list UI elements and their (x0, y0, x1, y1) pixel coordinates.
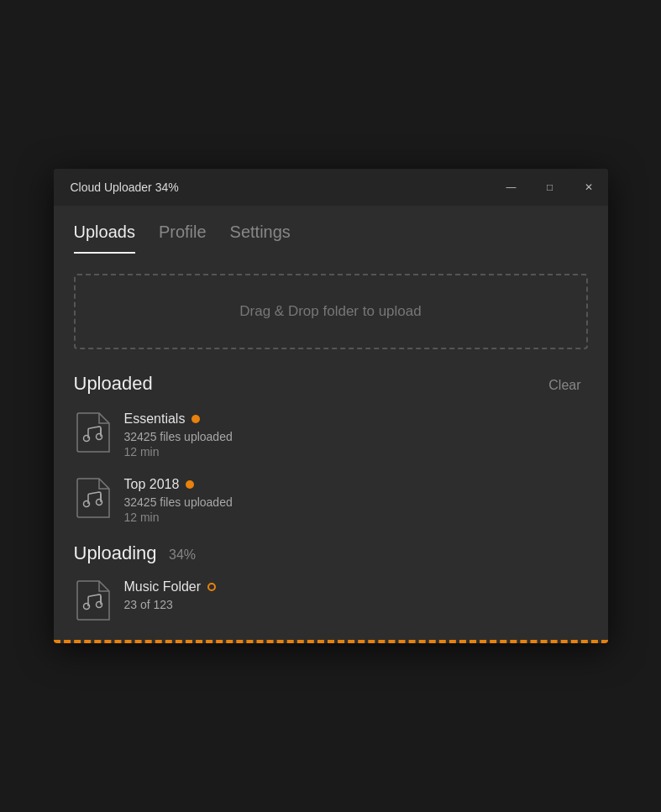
item-name-row: Top 2018 (124, 477, 588, 492)
dropzone[interactable]: Drag & Drop folder to upload (74, 274, 588, 349)
item-time: 12 min (124, 511, 588, 524)
window-title: Cloud Uploader 34% (71, 181, 179, 194)
item-name-row: Essentials (124, 411, 588, 427)
dropzone-text: Drag & Drop folder to upload (239, 303, 421, 320)
upload-progress-bar (54, 640, 608, 643)
item-name: Top 2018 (124, 477, 180, 492)
list-item: Top 2018 32425 files uploaded 12 min (74, 477, 588, 524)
uploading-title-row: Uploading 34% (74, 542, 197, 564)
uploaded-title: Uploaded (74, 373, 153, 395)
music-file-icon (74, 411, 111, 453)
item-time: 12 min (124, 445, 588, 458)
tab-uploads[interactable]: Uploads (74, 223, 135, 254)
window-controls: — □ ✕ (492, 169, 608, 206)
uploading-header: Uploading 34% (74, 542, 588, 564)
uploading-title: Uploading (74, 542, 157, 563)
tab-bar: Uploads Profile Settings (54, 206, 608, 254)
tab-settings[interactable]: Settings (230, 223, 291, 254)
status-dot-orange (191, 415, 200, 423)
maximize-button[interactable]: □ (531, 169, 569, 206)
clear-button[interactable]: Clear (542, 375, 587, 396)
app-window: Cloud Uploader 34% — □ ✕ Uploads Profile… (54, 169, 608, 643)
item-name: Essentials (124, 411, 186, 427)
item-files: 23 of 123 (124, 598, 588, 611)
item-files: 32425 files uploaded (124, 430, 588, 443)
item-name-row: Music Folder (124, 579, 588, 595)
uploading-section: Uploading 34% (74, 542, 588, 621)
uploaded-section: Uploaded Clear (74, 373, 588, 524)
close-button[interactable]: ✕ (569, 169, 608, 206)
item-files: 32425 files uploaded (124, 495, 588, 509)
item-musicfolder-info: Music Folder 23 of 123 (124, 579, 588, 613)
list-item: Music Folder 23 of 123 (74, 579, 588, 621)
item-top2018-info: Top 2018 32425 files uploaded 12 min (124, 477, 588, 524)
tab-profile[interactable]: Profile (159, 223, 207, 254)
music-file-icon (74, 579, 111, 621)
uploaded-header: Uploaded Clear (74, 373, 588, 396)
music-file-icon (74, 477, 111, 519)
item-name: Music Folder (124, 579, 202, 595)
titlebar: Cloud Uploader 34% — □ ✕ (54, 169, 608, 206)
status-dot-uploading (207, 583, 216, 591)
item-essentials-info: Essentials 32425 files uploaded 12 min (124, 411, 588, 458)
minimize-button[interactable]: — (492, 169, 531, 206)
main-content: Drag & Drop folder to upload Uploaded Cl… (54, 254, 608, 621)
uploading-percent: 34% (169, 547, 196, 562)
list-item: Essentials 32425 files uploaded 12 min (74, 411, 588, 458)
status-dot-orange (186, 480, 194, 489)
